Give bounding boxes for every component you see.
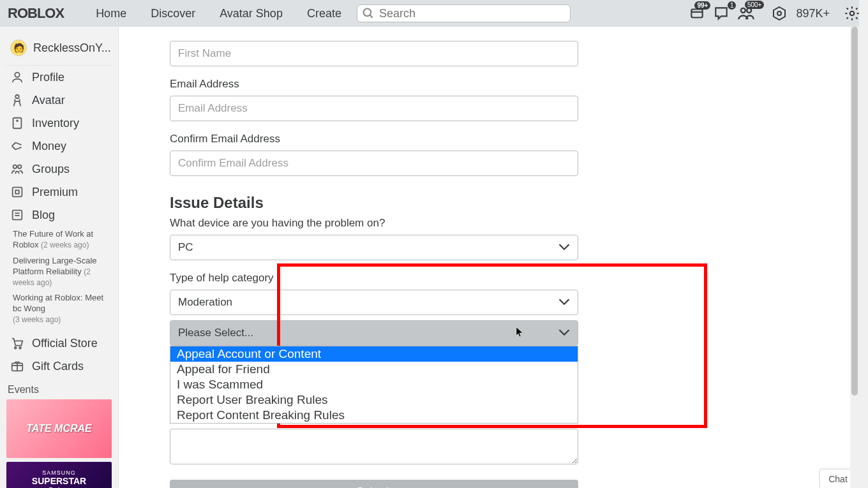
svg-point-12 [17, 120, 18, 121]
cursor-icon [516, 327, 525, 340]
confirm-email-input[interactable] [170, 151, 578, 176]
svg-point-8 [850, 11, 855, 16]
device-select[interactable]: PC [170, 235, 578, 260]
svg-rect-11 [13, 118, 22, 129]
sidebar-user[interactable]: 🧑 RecklessOnY... [6, 33, 112, 66]
event-1[interactable]: TATE MCRAE [6, 399, 112, 458]
sidebar-groups[interactable]: Groups [6, 158, 118, 181]
svg-point-20 [15, 347, 17, 349]
messages-icon[interactable]: 1 [713, 5, 730, 22]
svg-point-9 [15, 73, 19, 77]
nav-home[interactable]: Home [96, 7, 126, 20]
opt-scammed[interactable]: I was Scammed [170, 377, 578, 392]
friends-icon[interactable]: 500+ [737, 4, 755, 22]
email-label: Email Address [170, 78, 578, 91]
nav-avatar-shop[interactable]: Avatar Shop [220, 7, 283, 20]
scrollbar-thumb[interactable] [851, 27, 858, 396]
sidebar-giftcards[interactable]: Gift Cards [6, 355, 118, 378]
confirm-email-label: Confirm Email Address [170, 133, 578, 145]
svg-rect-16 [15, 190, 19, 194]
header-right: 99+ 1 500+ 897K+ [689, 4, 860, 22]
sidebar: 🧑 RecklessOnY... Profile Avatar Inventor… [0, 27, 119, 488]
sidebar-store[interactable]: Official Store [6, 332, 118, 355]
blog-post-0[interactable]: The Future of Work at Roblox (2 weeks ag… [6, 226, 118, 253]
sidebar-blog[interactable]: Blog [6, 203, 118, 226]
chevron-down-icon [558, 328, 570, 338]
settings-icon[interactable] [844, 5, 860, 22]
notif-badge: 99+ [694, 1, 710, 10]
first-name-input[interactable] [170, 41, 578, 66]
svg-point-14 [18, 165, 21, 169]
category-select[interactable]: Moderation [170, 290, 578, 315]
header: ROBLOX Home Discover Avatar Shop Create … [0, 0, 868, 27]
description-textarea[interactable] [170, 429, 578, 464]
svg-point-13 [13, 165, 17, 169]
sidebar-profile[interactable]: Profile [6, 66, 118, 89]
logo[interactable]: ROBLOX [8, 5, 64, 22]
events-heading: Events [6, 378, 118, 399]
content-scrollbar[interactable] [850, 27, 859, 488]
svg-point-21 [19, 347, 21, 349]
support-form: Email Address Confirm Email Address Issu… [170, 27, 578, 488]
chevron-down-icon [558, 297, 570, 307]
robux-count[interactable]: 897K+ [796, 7, 830, 20]
notifications-icon[interactable]: 99+ [689, 5, 705, 22]
opt-appeal-friend[interactable]: Appeal for Friend [170, 362, 578, 377]
sidebar-money[interactable]: Money [6, 135, 118, 158]
svg-marker-6 [774, 7, 785, 20]
svg-line-1 [370, 15, 372, 18]
username: RecklessOnY... [33, 41, 111, 55]
friend-badge: 500+ [745, 1, 765, 9]
submit-button[interactable]: Submit [170, 480, 578, 488]
device-label: What device are you having the problem o… [170, 217, 578, 230]
msg-badge-a: 1 [728, 1, 737, 10]
svg-rect-2 [692, 10, 703, 18]
nav-discover[interactable]: Discover [151, 7, 195, 20]
opt-report-user[interactable]: Report User Breaking Rules [170, 392, 578, 408]
search-wrap [357, 4, 571, 22]
chevron-down-icon [558, 242, 570, 253]
nav-links: Home Discover Avatar Shop Create [96, 7, 341, 20]
opt-report-content[interactable]: Report Content Breaking Rules [170, 408, 578, 423]
event-2[interactable]: SAMSUNG SUPERSTAR Galaxy [6, 462, 112, 488]
svg-rect-15 [13, 188, 22, 197]
avatar: 🧑 [10, 40, 27, 56]
robux-icon[interactable] [772, 6, 787, 21]
category-label: Type of help category [170, 272, 578, 285]
sidebar-premium[interactable]: Premium [6, 181, 118, 203]
window-scrollbar[interactable] [859, 0, 868, 488]
svg-point-0 [363, 9, 371, 17]
sidebar-inventory[interactable]: Inventory [6, 112, 118, 135]
search-input[interactable] [357, 4, 571, 22]
opt-appeal-account[interactable]: Appeal Account or Content [170, 346, 578, 362]
nav-create[interactable]: Create [307, 7, 341, 20]
svg-point-10 [15, 95, 19, 99]
sidebar-avatar[interactable]: Avatar [6, 89, 118, 112]
main-content: Email Address Confirm Email Address Issu… [119, 27, 868, 488]
subcategory-dropdown: Appeal Account or Content Appeal for Fri… [170, 346, 578, 424]
issue-details-heading: Issue Details [170, 194, 578, 212]
email-input[interactable] [170, 96, 578, 121]
svg-point-7 [777, 11, 781, 15]
blog-post-2[interactable]: Working at Roblox: Meet bc Wong (3 weeks… [6, 290, 118, 328]
search-icon [362, 7, 375, 22]
blog-post-1[interactable]: Delivering Large-Scale Platform Reliabil… [6, 253, 118, 291]
